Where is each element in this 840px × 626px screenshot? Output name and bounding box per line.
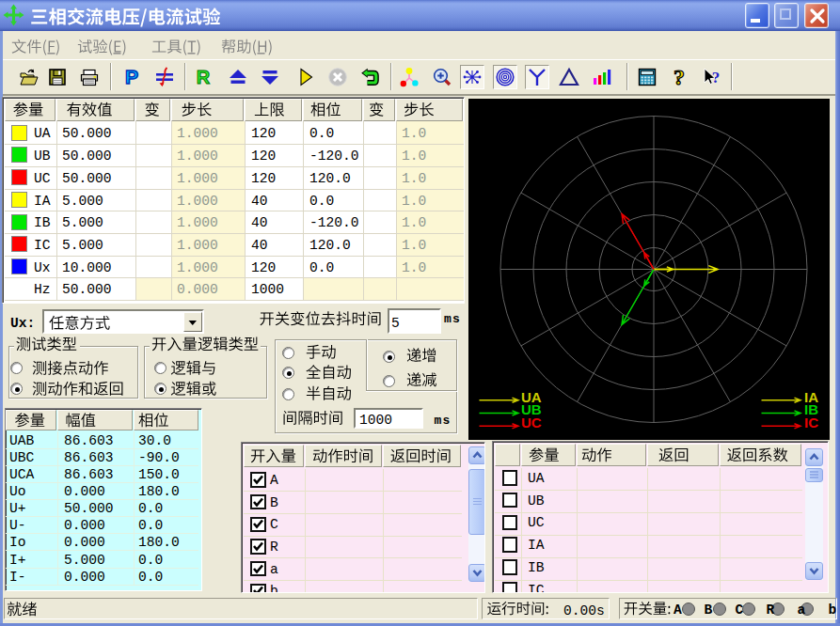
svg-text:IC: IC (804, 415, 818, 430)
svg-text:P: P (125, 67, 138, 87)
svg-text:R: R (197, 67, 211, 87)
svg-text:?: ? (674, 67, 685, 87)
svg-text:ms: ms (444, 312, 461, 326)
svg-text:UC: UC (521, 415, 542, 430)
